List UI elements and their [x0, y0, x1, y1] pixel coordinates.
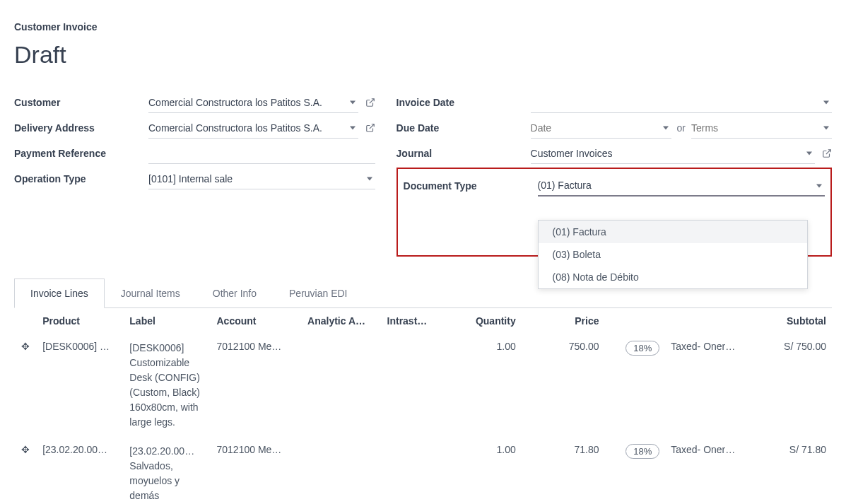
dropdown-option-boleta[interactable]: (03) Boleta [539, 243, 807, 266]
external-link-icon[interactable] [822, 148, 832, 158]
breadcrumb[interactable]: Customer Invoice [14, 21, 832, 33]
table-row[interactable]: ✥ [23.02.20.00… [23.02.20.00… Salvados, … [14, 437, 832, 504]
customer-input[interactable] [148, 93, 358, 113]
svg-line-2 [826, 150, 830, 154]
payment-reference-input[interactable] [148, 143, 375, 164]
page-title: Draft [14, 41, 832, 69]
cell-account[interactable]: 7012100 Me… [211, 334, 302, 437]
external-link-icon[interactable] [365, 98, 375, 107]
delivery-address-input[interactable] [148, 118, 358, 139]
external-link-icon[interactable] [365, 123, 375, 133]
cell-subtotal: S/ 750.00 [756, 334, 832, 437]
cell-product[interactable]: [23.02.20.00… [37, 437, 124, 504]
journal-input[interactable] [531, 143, 815, 164]
tab-journal-items[interactable]: Journal Items [105, 279, 196, 308]
cell-price[interactable]: 750.00 [522, 334, 605, 437]
due-date-label: Due Date [396, 122, 531, 134]
delivery-address-label: Delivery Address [14, 122, 148, 134]
th-quantity: Quantity [438, 308, 522, 334]
invoice-lines-table: Product Label Account Analytic A… Intras… [14, 308, 832, 504]
cell-quantity[interactable]: 1.00 [438, 437, 522, 504]
cell-label[interactable]: [23.02.20.00… Salvados, moyuelos y demás [124, 437, 211, 504]
cell-tax-type[interactable]: Taxed- Oner… [665, 437, 756, 504]
journal-label: Journal [396, 148, 531, 159]
th-product: Product [37, 308, 124, 334]
th-analytic: Analytic A… [302, 308, 381, 334]
terms-input[interactable] [691, 118, 832, 139]
th-price: Price [522, 308, 605, 334]
payment-reference-label: Payment Reference [14, 148, 148, 159]
cell-tax-type[interactable]: Taxed- Oner… [665, 334, 756, 437]
drag-handle-icon[interactable]: ✥ [14, 437, 37, 504]
cell-product[interactable]: [DESK0006] … [37, 334, 124, 437]
operation-type-label: Operation Type [14, 173, 148, 184]
cell-quantity[interactable]: 1.00 [438, 334, 522, 437]
svg-line-0 [369, 99, 373, 103]
tab-other-info[interactable]: Other Info [196, 279, 273, 308]
svg-line-1 [369, 124, 373, 129]
document-type-input[interactable] [538, 175, 825, 197]
operation-type-input[interactable] [148, 169, 375, 189]
dropdown-option-factura[interactable]: (01) Factura [539, 221, 807, 243]
dropdown-option-nota-debito[interactable]: (08) Nota de Débito [539, 266, 807, 288]
form-right-column: Invoice Date Due Date or Journal [396, 90, 832, 257]
cell-label[interactable]: [DESK0006] Customizable Desk (CONFIG) (C… [124, 334, 211, 437]
table-row[interactable]: ✥ [DESK0006] … [DESK0006] Customizable D… [14, 334, 832, 437]
invoice-date-input[interactable] [531, 93, 832, 113]
cell-subtotal: S/ 71.80 [756, 437, 832, 504]
th-account: Account [211, 308, 302, 334]
tab-peruvian-edi[interactable]: Peruvian EDI [273, 279, 363, 308]
due-date-input[interactable] [531, 118, 671, 139]
tab-invoice-lines[interactable]: Invoice Lines [14, 279, 105, 308]
drag-handle-icon[interactable]: ✥ [14, 334, 37, 437]
or-separator: or [677, 122, 686, 134]
invoice-date-label: Invoice Date [396, 97, 531, 108]
tax-badge[interactable]: 18% [625, 444, 659, 459]
cell-price[interactable]: 71.80 [522, 437, 605, 504]
tax-badge[interactable]: 18% [625, 341, 659, 356]
th-label: Label [124, 308, 211, 334]
form-left-column: Customer Delivery Address Payment Refere… [14, 90, 375, 257]
document-type-dropdown: (01) Factura (03) Boleta (08) Nota de Dé… [538, 220, 808, 289]
document-type-highlight: Document Type (01) Factura (03) Boleta (… [396, 168, 832, 257]
customer-label: Customer [14, 97, 148, 108]
cell-account[interactable]: 7012100 Me… [211, 437, 302, 504]
th-subtotal: Subtotal [756, 308, 832, 334]
document-type-label: Document Type [404, 180, 538, 192]
th-intrastat: Intrast… [382, 308, 438, 334]
